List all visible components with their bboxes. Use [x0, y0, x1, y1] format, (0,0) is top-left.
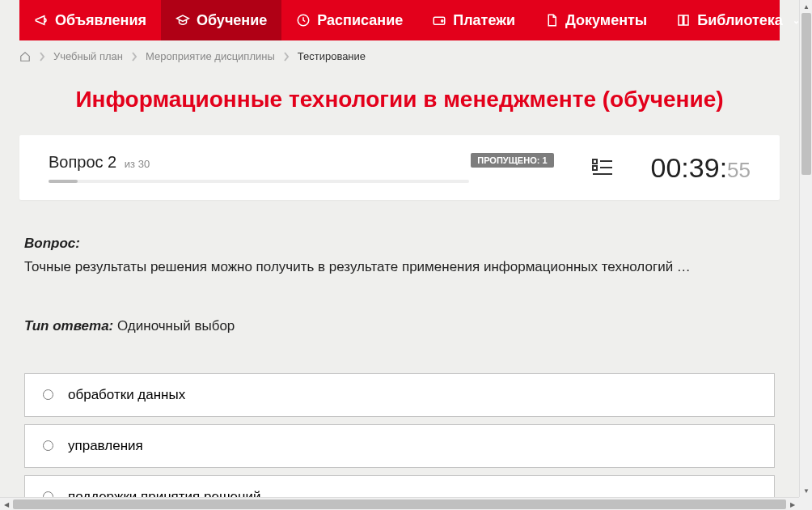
scroll-corner [799, 497, 812, 510]
answer-type: Тип ответа: Одиночный выбор [24, 318, 775, 334]
nav-announcements[interactable]: Объявления [19, 0, 161, 40]
nav-label: Объявления [55, 12, 146, 29]
question-label: Вопрос: [24, 236, 775, 252]
status-bar: Вопрос 2 из 30 ПРОПУЩЕНО: 1 [19, 135, 780, 200]
vertical-scrollbar[interactable]: ▲ ▼ [799, 0, 812, 497]
nav-learning[interactable]: Обучение [161, 0, 281, 40]
breadcrumb-link[interactable]: Учебный план [53, 50, 123, 62]
main-nav: Объявления Обучение Расписание Платежи Д… [19, 0, 780, 40]
question-prefix: Вопрос [49, 153, 104, 171]
progress-bar [49, 180, 469, 183]
svg-point-2 [442, 20, 443, 22]
wallet-icon [432, 13, 446, 28]
svg-rect-3 [593, 159, 597, 164]
nav-documents[interactable]: Документы [530, 0, 662, 40]
option-radio[interactable] [43, 491, 53, 497]
option-text: обработки данных [68, 387, 185, 403]
chevron-right-icon [131, 52, 137, 62]
nav-label: Библиотека [697, 12, 783, 29]
option-item[interactable]: поддержки принятия решений [24, 475, 775, 498]
svg-rect-5 [593, 166, 597, 170]
breadcrumb: Учебный план Мероприятие дисциплины Тест… [19, 40, 780, 72]
nav-payments[interactable]: Платежи [417, 0, 530, 40]
scroll-thumb[interactable] [13, 499, 786, 509]
option-item[interactable]: обработки данных [24, 373, 775, 417]
scroll-thumb[interactable] [801, 13, 811, 175]
megaphone-icon [34, 13, 49, 28]
skipped-badge: ПРОПУЩЕНО: 1 [471, 153, 553, 168]
question-section: Вопрос: Точные результаты решения можно … [19, 200, 780, 334]
nav-label: Платежи [453, 12, 515, 29]
question-total: из 30 [125, 158, 150, 170]
nav-schedule[interactable]: Расписание [281, 0, 417, 40]
book-icon [676, 13, 691, 28]
question-counter: Вопрос 2 из 30 [49, 153, 150, 171]
nav-library[interactable]: Библиотека ⌄ [662, 0, 799, 40]
question-text: Точные результаты решения можно получить… [24, 257, 775, 278]
document-icon [544, 13, 559, 28]
horizontal-scrollbar[interactable]: ◀ ▶ [0, 497, 799, 510]
nav-label: Обучение [197, 12, 267, 29]
progress-fill [49, 180, 78, 183]
options-list: обработки данных управления поддержки пр… [19, 334, 780, 498]
chevron-right-icon [39, 52, 45, 62]
option-radio[interactable] [43, 389, 53, 400]
scroll-down-icon[interactable]: ▼ [800, 484, 812, 497]
timer: 00:39:55 [651, 152, 751, 184]
breadcrumb-link[interactable]: Мероприятие дисциплины [146, 50, 275, 62]
scroll-right-icon[interactable]: ▶ [786, 498, 799, 510]
scroll-up-icon[interactable]: ▲ [800, 0, 812, 13]
nav-label: Расписание [317, 12, 403, 29]
option-item[interactable]: управления [24, 424, 775, 468]
question-list-button[interactable] [554, 156, 651, 179]
option-text: управления [68, 438, 143, 454]
page-title: Информационные технологии в менеджменте … [19, 72, 780, 135]
option-text: поддержки принятия решений [68, 489, 260, 498]
question-number: 2 [108, 153, 116, 171]
clock-icon [296, 13, 311, 28]
graduation-icon [176, 13, 190, 28]
chevron-right-icon [283, 52, 290, 62]
chevron-down-icon: ⌄ [793, 15, 799, 26]
breadcrumb-current: Тестирование [298, 50, 366, 62]
answer-type-label: Тип ответа: [24, 318, 113, 334]
timer-seconds: 55 [727, 158, 751, 182]
scroll-left-icon[interactable]: ◀ [0, 498, 13, 510]
timer-main: 00:39: [651, 152, 728, 183]
answer-type-value: Одиночный выбор [117, 318, 235, 334]
nav-label: Документы [565, 12, 647, 29]
option-radio[interactable] [43, 440, 53, 451]
home-icon[interactable] [19, 51, 31, 62]
list-icon [591, 156, 614, 179]
